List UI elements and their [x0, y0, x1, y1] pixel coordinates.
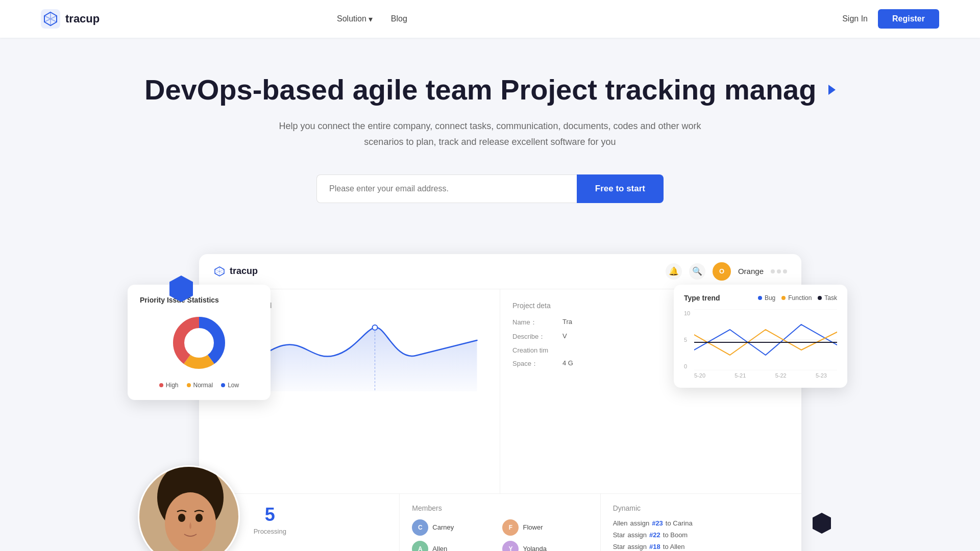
- logo-icon: [41, 9, 60, 29]
- member-avatar-flower: F: [502, 519, 519, 536]
- type-chart: 10 5 0 5-20 5: [684, 309, 837, 379]
- dynamic-link-2[interactable]: #18: [649, 543, 660, 550]
- member-flower: F Flower: [502, 519, 587, 536]
- dynamic-row-2: Star assign #18 to Allen: [613, 543, 789, 550]
- type-trend-header: Type trend Bug Function Task: [684, 294, 837, 302]
- nav-blog[interactable]: Blog: [391, 14, 407, 23]
- priority-title: Priority Issue Statistics: [140, 296, 258, 304]
- email-input[interactable]: [316, 174, 577, 203]
- hex-decoration-right: [812, 512, 832, 537]
- member-allen: A Allen: [412, 541, 497, 551]
- x-axis: 5-20 5-21 5-22 5-23: [684, 370, 837, 379]
- legend-bug: Bug: [758, 294, 775, 302]
- card-logo-icon: [213, 265, 226, 278]
- member-name-yolanda: Yolanda: [523, 545, 547, 551]
- card-bottom: 0 Review 5 Processing Members C Carney: [199, 493, 801, 551]
- chevron-down-icon: ▾: [369, 14, 373, 24]
- username: Orange: [738, 267, 764, 276]
- legend-normal: Normal: [187, 382, 213, 389]
- card-logo-text: tracup: [230, 266, 258, 277]
- svg-marker-11: [169, 276, 193, 302]
- members-title: Members: [412, 504, 587, 512]
- donut-chart: [140, 312, 258, 373]
- stat-processing-label: Processing: [254, 528, 286, 535]
- nav-links: Solution ▾ Blog: [337, 14, 407, 24]
- low-dot: [221, 383, 225, 387]
- type-trend-svg: [694, 309, 837, 370]
- svg-point-10: [373, 325, 378, 330]
- logo: tracup: [41, 9, 100, 29]
- member-avatar-yolanda: Y: [502, 541, 519, 551]
- hero-subtitle: Help you connect the entire company, con…: [260, 118, 720, 149]
- normal-dot: [187, 383, 191, 387]
- stat-processing: 5 Processing: [254, 504, 286, 535]
- card-header-right: 🔔 🔍 O Orange: [666, 262, 787, 281]
- member-avatar-carney: C: [412, 519, 428, 536]
- hero-section: DevOps-based agile team Project tracking…: [0, 38, 980, 254]
- hero-title: DevOps-based agile team Project tracking…: [144, 73, 836, 106]
- member-name-carney: Carney: [432, 523, 454, 531]
- card-header: tracup 🔔 🔍 O Orange: [199, 254, 801, 289]
- svg-point-5: [185, 329, 213, 357]
- priority-legend: High Normal Low: [140, 382, 258, 389]
- notification-icon[interactable]: 🔔: [666, 263, 682, 280]
- function-dot: [781, 296, 786, 300]
- legend-task: Task: [818, 294, 837, 302]
- legend-high: High: [159, 382, 179, 389]
- user-avatar: O: [713, 262, 731, 281]
- sign-in-button[interactable]: Sign In: [842, 14, 868, 23]
- navbar: tracup Solution ▾ Blog Sign In Register: [0, 0, 980, 38]
- member-carney: C Carney: [412, 519, 497, 536]
- member-avatar-allen: A: [412, 541, 428, 551]
- member-yolanda: Y Yolanda: [502, 541, 587, 551]
- svg-point-16: [178, 514, 185, 522]
- email-cta: Free to start: [316, 174, 664, 203]
- member-name-allen: Allen: [432, 545, 447, 551]
- type-trend-card: Type trend Bug Function Task: [674, 285, 847, 388]
- dynamic-link-0[interactable]: #23: [652, 519, 663, 527]
- cursor-icon: [828, 85, 836, 95]
- card-logo: tracup: [213, 265, 258, 278]
- help-icon[interactable]: 🔍: [689, 263, 705, 280]
- free-start-button[interactable]: Free to start: [577, 174, 664, 203]
- dynamic-row-1: Star assign #22 to Boom: [613, 531, 789, 539]
- legend-function: Function: [781, 294, 812, 302]
- type-trend-title: Type trend: [684, 294, 720, 302]
- svg-point-17: [195, 514, 203, 522]
- dynamic-link-1[interactable]: #22: [649, 531, 660, 539]
- priority-card: Priority Issue Statistics High: [128, 285, 271, 400]
- legend-low: Low: [221, 382, 239, 389]
- type-legend: Bug Function Task: [758, 294, 837, 302]
- dynamic-area: Dynamic Allen assign #23 to Carina Star …: [601, 494, 801, 551]
- stat-processing-value: 5: [254, 504, 286, 525]
- high-dot: [159, 383, 163, 387]
- member-list: C Carney F Flower A Allen Y Yolanda: [412, 519, 587, 551]
- bug-dot: [758, 296, 762, 300]
- svg-marker-12: [813, 513, 831, 534]
- register-button[interactable]: Register: [878, 9, 939, 29]
- dynamic-title: Dynamic: [613, 504, 789, 512]
- more-icon[interactable]: [771, 269, 787, 273]
- task-dot: [818, 296, 822, 300]
- logo-text: tracup: [65, 12, 100, 26]
- hex-decoration-left: [168, 274, 194, 305]
- members-area: Members C Carney F Flower A Allen: [400, 494, 600, 551]
- svg-point-15: [165, 492, 216, 551]
- dynamic-row-0: Allen assign #23 to Carina: [613, 519, 789, 527]
- member-name-flower: Flower: [523, 523, 543, 531]
- nav-right: Sign In Register: [842, 9, 939, 29]
- nav-solution[interactable]: Solution ▾: [337, 14, 373, 24]
